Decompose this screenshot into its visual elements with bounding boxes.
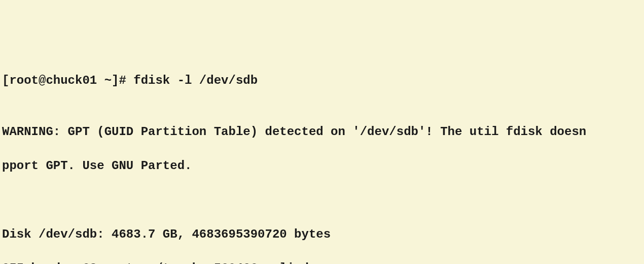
shell-prompt: [root@chuck01 ~]#	[2, 74, 133, 87]
terminal-prompt-line: [root@chuck01 ~]# fdisk -l /dev/sdb	[2, 72, 644, 89]
warning-line-2: pport GPT. Use GNU Parted.	[2, 157, 644, 175]
command-text: fdisk -l /dev/sdb	[133, 74, 258, 87]
warning-line-1: WARNING: GPT (GUID Partition Table) dete…	[2, 123, 644, 141]
disk-size-line: Disk /dev/sdb: 4683.7 GB, 4683695390720 …	[2, 226, 644, 243]
geometry-line: 255 heads, 63 sectors/track, 569426 cyli…	[2, 260, 644, 264]
